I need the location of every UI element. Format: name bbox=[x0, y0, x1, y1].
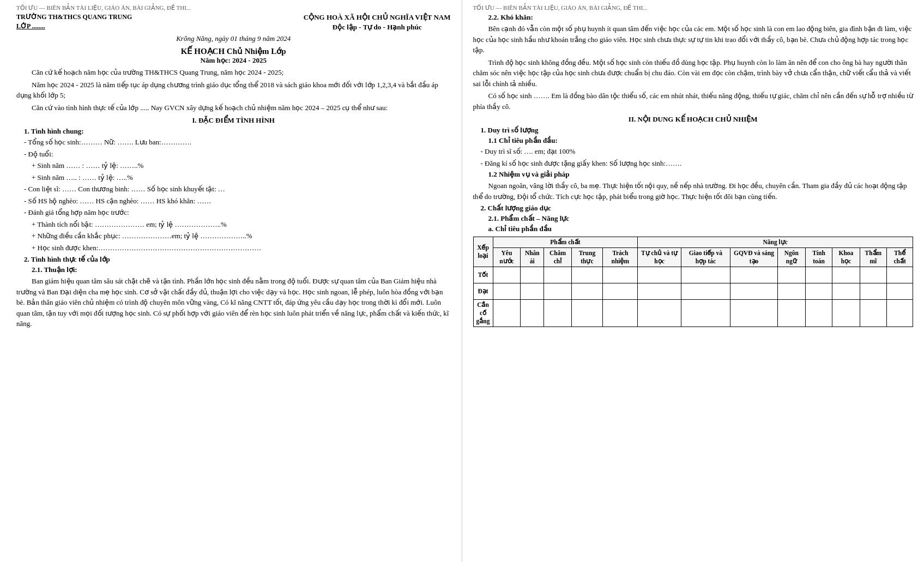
country-title: CỘNG HOÀ XÃ HỘI CHỦ NGHĨA VIỆT NAM bbox=[304, 13, 451, 21]
col-header-2: Chăm chỉ bbox=[544, 247, 571, 267]
section1-sub2-1: 2.1. Thuận lợi: bbox=[32, 265, 451, 274]
section2-sub2-1: 2.1. Phẩm chất – Năng lực bbox=[488, 214, 914, 223]
cell-0-9 bbox=[805, 267, 832, 283]
section1-sub1: 1. Tình hình chung: bbox=[24, 127, 451, 136]
paragraph-3: Căn cứ vào tình hình thực tế của lớp ...… bbox=[16, 102, 451, 113]
cell-2-8 bbox=[777, 299, 805, 327]
col-header-xep-loai: Xếp loại bbox=[473, 237, 493, 267]
cell-1-8 bbox=[777, 283, 805, 299]
cell-2-1 bbox=[521, 299, 544, 327]
cell-2-3 bbox=[571, 299, 603, 327]
section1-heading: I. ĐẶC ĐIỂM TÌNH HÌNH bbox=[16, 116, 451, 125]
cell-0-4 bbox=[603, 267, 638, 283]
advantage-text: Ban giám hiệu quan tâm sâu sát chặt chẽ … bbox=[16, 276, 451, 329]
cell-0-7 bbox=[730, 267, 778, 283]
cell-2-0 bbox=[493, 299, 521, 327]
section2-sub1-1: 1.1 Chỉ tiêu phần đầu: bbox=[488, 136, 914, 145]
cell-1-12 bbox=[887, 283, 913, 299]
general-info: - Tổng số học sinh:……… Nữ: ……. Lưu ban:…… bbox=[24, 137, 451, 148]
other-info-1: - Số HS hộ nghèo: …… HS cận nghèo: …… HS… bbox=[24, 196, 451, 207]
target-1: - Đăng kí số học sinh được tặng giấy khe… bbox=[481, 158, 914, 169]
col-header-10: Khoa học bbox=[832, 247, 860, 267]
cell-2-11 bbox=[860, 299, 887, 327]
achievement-0: + Thành tích nổi bật: ………………… em; tỷ lệ … bbox=[32, 219, 451, 230]
paragraph-2: Năm học 2024 - 2025 là năm tiếp tục áp d… bbox=[16, 80, 451, 101]
cell-1-10 bbox=[832, 283, 860, 299]
cell-1-1 bbox=[521, 283, 544, 299]
paragraph-1: Căn cứ kế hoạch năm học của trường TH&TH… bbox=[16, 67, 451, 78]
col-header-pham-chat: Phẩm chất bbox=[493, 237, 638, 248]
col-header-4: Trách nhiệm bbox=[603, 247, 638, 267]
quality-table: Xếp loại Phẩm chất Năng lực Yêu nướcNhân… bbox=[473, 237, 914, 327]
header-row: TRƯỜNG TH&THCS QUANG TRUNG LỚP ........ … bbox=[16, 13, 451, 32]
cell-2-7 bbox=[730, 299, 778, 327]
cell-0-0 bbox=[493, 267, 521, 283]
target-0: - Duy trì sĩ số: …. em; đạt 100% bbox=[481, 146, 914, 157]
col-header-7: GQVĐ và sáng tạo bbox=[730, 247, 778, 267]
col-header-0: Yêu nước bbox=[493, 247, 521, 267]
cell-0-11 bbox=[860, 267, 887, 283]
col-header-12: Thể chất bbox=[887, 247, 913, 267]
col-header-11: Thẩm mĩ bbox=[860, 247, 887, 267]
right-watermark: TỐI ƯU — BIÊN BẢN TÀI LIỆU, GIÁO ÁN, BÀI… bbox=[473, 4, 914, 11]
col-header-6: Giao tiếp và hợp tác bbox=[681, 247, 730, 267]
cell-1-5 bbox=[638, 283, 681, 299]
section2-sub1-2: 1.2 Nhiệm vụ và giải pháp bbox=[488, 170, 914, 179]
slogan: Độc lập - Tự do - Hạnh phúc bbox=[333, 23, 422, 31]
cell-1-11 bbox=[860, 283, 887, 299]
cell-0-1 bbox=[521, 267, 544, 283]
section2-sub1: 1. Duy trì số lượng bbox=[481, 126, 914, 135]
cell-1-3 bbox=[571, 283, 603, 299]
col-header-1: Nhân ái bbox=[521, 247, 544, 267]
difficulty-1: Trình độ học sinh không đồng đều. Một số… bbox=[473, 57, 914, 89]
cell-0-12 bbox=[887, 267, 913, 283]
doc-main-title: KẾ HOẠCH Chủ Nhiệm Lớp bbox=[16, 46, 451, 56]
cell-1-6 bbox=[681, 283, 730, 299]
cell-2-2 bbox=[544, 299, 571, 327]
col-header-5: Tự chủ và tự học bbox=[638, 247, 681, 267]
cell-1-0 bbox=[493, 283, 521, 299]
cell-0-3 bbox=[571, 267, 603, 283]
cell-0-5 bbox=[638, 267, 681, 283]
row-label-1: Đạt bbox=[473, 283, 493, 299]
cell-0-10 bbox=[832, 267, 860, 283]
section-sub2-2: 2.2. Khó khăn: bbox=[488, 13, 914, 22]
date-line: Krông Năng, ngày 01 tháng 9 năm 2024 bbox=[16, 34, 451, 43]
row-label-2: Cần cố gắng bbox=[473, 299, 493, 327]
difficulty-0: Bên cạnh đó vẫn còn một số phụ huynh ít … bbox=[473, 23, 914, 56]
cell-1-9 bbox=[805, 283, 832, 299]
achievement-2: + Học sinh được khen:…………………………………………………… bbox=[32, 243, 451, 253]
other-info-0: - Con liệt sĩ: …… Con thương binh: …… Số… bbox=[24, 184, 451, 195]
left-page: TỐI ƯU — BIÊN BẢN TÀI LIỆU, GIÁO ÁN, BÀI… bbox=[0, 0, 462, 562]
cell-1-4 bbox=[603, 283, 638, 299]
other-info-2: - Đánh giá tổng hợp năm học trước: bbox=[24, 207, 451, 218]
cell-2-9 bbox=[805, 299, 832, 327]
header-center: CỘNG HOÀ XÃ HỘI CHỦ NGHĨA VIỆT NAM Độc l… bbox=[304, 13, 451, 32]
col-header-8: Ngôn ngữ bbox=[777, 247, 805, 267]
section2-sub2-1a: a. Chỉ tiêu phần đầu bbox=[488, 225, 914, 233]
age-item-0: + Sinh năm …… : …… tỷ lệ: ……..% bbox=[32, 160, 451, 171]
difficulty-2: Có số học sinh ……. Em là đồng bào dân tộ… bbox=[473, 90, 914, 112]
class-label: LỚP ........ bbox=[16, 22, 45, 30]
section1-sub2: 2. Tình hình thực tế của lớp bbox=[24, 255, 451, 264]
left-watermark: TỐI ƯU — BIÊN BẢN TÀI LIỆU, GIÁO ÁN, BÀI… bbox=[16, 4, 451, 11]
table-row: Đạt bbox=[473, 283, 913, 299]
row-label-0: Tốt bbox=[473, 267, 493, 283]
solution-text: Ngoan ngoãn, vâng lời thầy cô, ba mẹ. Th… bbox=[473, 180, 914, 202]
cell-0-2 bbox=[544, 267, 571, 283]
age-heading: - Độ tuổi: bbox=[24, 149, 451, 160]
right-page: TỐI ƯU — BIÊN BẢN TÀI LIỆU, GIÁO ÁN, BÀI… bbox=[462, 0, 925, 562]
cell-1-2 bbox=[544, 283, 571, 299]
age-item-1: + Sinh năm ….. : …… tỷ lệ: …..% bbox=[32, 172, 451, 183]
cell-0-8 bbox=[777, 267, 805, 283]
header-left: TRƯỜNG TH&THCS QUANG TRUNG LỚP ........ bbox=[16, 13, 132, 31]
cell-1-7 bbox=[730, 283, 778, 299]
table-row: Cần cố gắng bbox=[473, 299, 913, 327]
table-row: Tốt bbox=[473, 267, 913, 283]
doc-sub-title: Năm học: 2024 - 2025 bbox=[16, 56, 451, 65]
cell-2-10 bbox=[832, 299, 860, 327]
achievement-1: + Những điều cần khắc phục: …………………em; t… bbox=[32, 231, 451, 241]
section2-heading: II. NỘI DUNG KẾ HOẠCH CHỦ NHIỆM bbox=[473, 115, 914, 124]
cell-2-6 bbox=[681, 299, 730, 327]
cell-2-4 bbox=[603, 299, 638, 327]
